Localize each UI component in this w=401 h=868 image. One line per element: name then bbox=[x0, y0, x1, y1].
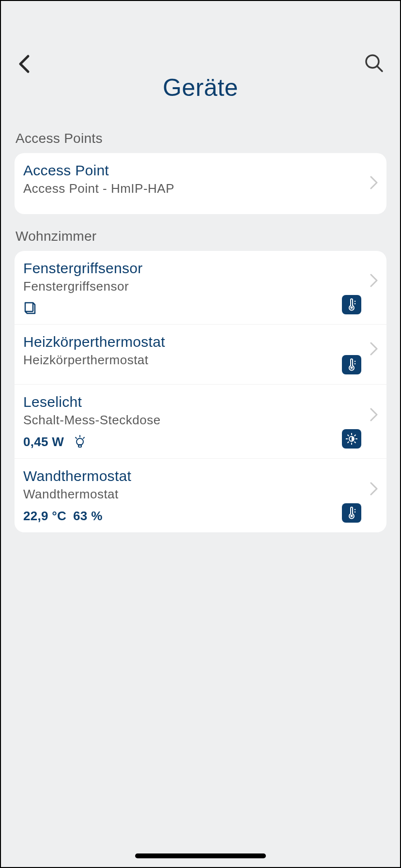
item-title: Leselicht bbox=[23, 393, 377, 411]
page-title: Geräte bbox=[1, 74, 400, 102]
chevron-right-icon bbox=[370, 274, 378, 289]
list-item-heizkoerperthermostat[interactable]: Heizkörperthermostat Heizkörperthermosta… bbox=[15, 325, 386, 385]
search-button[interactable] bbox=[364, 53, 384, 75]
item-subtitle: Fenstergriffsensor bbox=[23, 279, 377, 294]
brightness-icon bbox=[345, 433, 358, 445]
svg-line-1 bbox=[377, 66, 382, 71]
back-button[interactable] bbox=[17, 53, 32, 77]
svg-point-5 bbox=[355, 301, 356, 302]
chevron-left-icon bbox=[17, 53, 32, 75]
chevron-right-icon bbox=[370, 342, 378, 357]
svg-point-4 bbox=[351, 307, 353, 309]
svg-line-13 bbox=[76, 437, 77, 438]
chevron-right-icon bbox=[370, 482, 378, 497]
section-header-wohnzimmer: Wohnzimmer bbox=[1, 214, 400, 251]
list-item-access-point[interactable]: Access Point Access Point - HmIP-HAP bbox=[15, 153, 386, 214]
list-item-leselicht[interactable]: Leselicht Schalt-Mess-Steckdose 0,45 W bbox=[15, 385, 386, 459]
svg-point-6 bbox=[355, 303, 356, 305]
svg-line-21 bbox=[355, 442, 356, 443]
thermometer-badge bbox=[342, 295, 361, 314]
list-item-fenstergriffsensor[interactable]: Fenstergriffsensor Fenstergriffsensor bbox=[15, 251, 386, 325]
item-title: Access Point bbox=[23, 162, 377, 179]
thermometer-badge bbox=[342, 503, 361, 523]
section-header-access-points: Access Points bbox=[1, 116, 400, 153]
item-value-humidity: 63 % bbox=[73, 509, 102, 524]
svg-point-9 bbox=[355, 363, 356, 365]
item-subtitle: Access Point - HmIP-HAP bbox=[23, 181, 377, 196]
item-title: Heizkörperthermostat bbox=[23, 333, 377, 351]
list-item-wandthermostat[interactable]: Wandthermostat Wandthermostat 22,9 °C 63… bbox=[15, 459, 386, 532]
svg-point-7 bbox=[351, 367, 353, 369]
chevron-right-icon bbox=[370, 408, 378, 423]
svg-line-22 bbox=[348, 442, 349, 443]
item-value-temperature: 22,9 °C bbox=[23, 509, 66, 524]
bulb-icon bbox=[74, 435, 86, 450]
svg-line-23 bbox=[355, 435, 356, 436]
svg-rect-11 bbox=[78, 445, 81, 447]
header: Geräte bbox=[1, 1, 400, 116]
item-title: Wandthermostat bbox=[23, 467, 377, 485]
window-icon bbox=[23, 301, 37, 315]
svg-line-14 bbox=[83, 437, 84, 438]
svg-point-10 bbox=[77, 438, 83, 445]
item-subtitle: Heizkörperthermostat bbox=[23, 353, 377, 368]
item-title: Fenstergriffsensor bbox=[23, 260, 377, 277]
section-body-wohnzimmer: Fenstergriffsensor Fenstergriffsensor bbox=[15, 251, 386, 532]
item-value-power: 0,45 W bbox=[23, 434, 64, 450]
svg-point-25 bbox=[355, 509, 356, 511]
svg-point-8 bbox=[355, 361, 356, 362]
svg-point-26 bbox=[355, 512, 356, 513]
thermometer-icon bbox=[346, 358, 357, 372]
thermometer-icon bbox=[346, 298, 357, 311]
thermometer-icon bbox=[346, 506, 357, 520]
item-subtitle: Wandthermostat bbox=[23, 487, 377, 502]
svg-line-20 bbox=[348, 435, 349, 436]
svg-point-24 bbox=[351, 515, 353, 517]
home-indicator[interactable] bbox=[135, 853, 266, 858]
chevron-right-icon bbox=[370, 176, 378, 191]
search-icon bbox=[364, 53, 384, 73]
section-body-access-points: Access Point Access Point - HmIP-HAP bbox=[15, 153, 386, 214]
thermometer-badge bbox=[342, 355, 361, 374]
item-subtitle: Schalt-Mess-Steckdose bbox=[23, 413, 377, 428]
brightness-badge bbox=[342, 429, 361, 449]
